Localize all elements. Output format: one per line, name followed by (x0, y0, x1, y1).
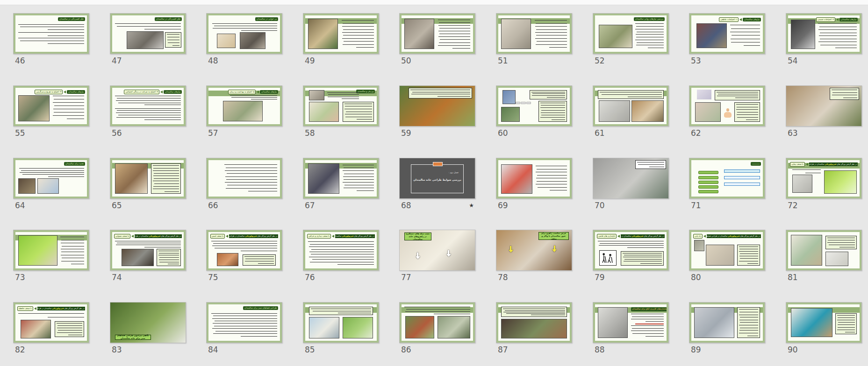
slide-meta: 64 (13, 199, 89, 210)
text-line (212, 246, 277, 246)
text-line (820, 39, 857, 39)
slide-thumbnail[interactable]: نگاهی پیرامون طراحی فضاهای سبز برای خانه… (110, 302, 186, 343)
slide-thumbnail[interactable]: بی خوابی در سالمندان (206, 13, 282, 54)
text-line (434, 314, 470, 314)
slide-thumbnail[interactable] (399, 85, 475, 127)
slide-number: 79 (595, 274, 605, 282)
text-line (538, 187, 567, 188)
slide-thumbnail[interactable] (496, 85, 572, 127)
text-line (820, 45, 857, 45)
text-line (226, 188, 277, 189)
text-line (623, 257, 662, 257)
slide-thumbnail[interactable] (496, 13, 572, 54)
slide-title-badge: بی خوابی در سالمندان (255, 17, 278, 21)
slide-cell: با ضعف بیناییدر نظر گرفتن ویژگی های فیزی… (786, 158, 862, 210)
slide-thumbnail[interactable] (689, 85, 765, 127)
slide-thumbnail[interactable]: با ضعف حافظهدر نظر گرفتن ویژگی های فیزیو… (13, 302, 89, 343)
slide-thumbnail[interactable]: علل افسردگی در سالمندان (110, 13, 186, 54)
slide-thumbnail[interactable]: عرض مناسب راهرو برای عبور سالمندان با وا… (496, 230, 572, 271)
slide-thumbnail[interactable] (496, 158, 572, 199)
slide-thumbnail[interactable] (593, 158, 669, 199)
slide-thumbnail[interactable] (303, 158, 379, 199)
text-line (537, 181, 567, 182)
slide-thumbnail[interactable]: ناپایداری های قامتیدر نظر گرفتن ویژگی ها… (593, 230, 669, 271)
text-line (541, 113, 565, 113)
slide-thumbnail[interactable] (786, 302, 862, 343)
slide-thumbnail[interactable] (303, 13, 379, 54)
slide-thumbnail[interactable] (399, 302, 475, 343)
slide-thumbnail[interactable]: راه یابیدر نظر گرفتن ویژگی های فیزیولوژی… (689, 230, 765, 271)
text-line (48, 317, 84, 317)
slide-canvas (496, 303, 572, 343)
section-banner-text: در نظر گرفتن ویژگی های فیزیولوژیکی سالمن… (335, 234, 375, 238)
text-line (632, 333, 664, 334)
text-line (342, 26, 374, 27)
sub-badge: ۴- احتیاج به شرکت در زندگی اجتماعی (124, 90, 159, 94)
slide-meta: 73 (13, 271, 89, 282)
text-line (308, 241, 374, 242)
slide-title-badge: نیازهای سالمندان (67, 90, 85, 94)
slide-thumbnail[interactable]: ۴- احتیاج به شرکت در زندگی اجتماعینیازها… (110, 85, 186, 127)
slide-thumbnail[interactable]: ۲- احتیاجات جسمینیازهای سالمندان (786, 13, 862, 54)
slide-meta: 87 (496, 343, 572, 354)
slide-thumbnail[interactable]: علل افسردگی در سالمندان (13, 13, 89, 54)
slide-title-badge: علل افسردگی در سالمندان (58, 17, 85, 21)
slide-thumbnail[interactable] (110, 158, 186, 199)
text-line (737, 114, 758, 115)
text-line (735, 98, 758, 98)
slide-number: 74 (112, 274, 122, 282)
slide-number: 64 (15, 202, 25, 210)
slide-thumbnail[interactable]: ورزش و سالمندی (303, 85, 379, 127)
text-box (501, 307, 567, 317)
slide-thumbnail[interactable]: بررسی نیازهای روانی سالمندان (593, 13, 669, 54)
text-line (631, 325, 664, 326)
text-line (535, 26, 567, 27)
slide-thumbnail[interactable]: ــــــــــــ (689, 158, 765, 199)
slide-thumbnail[interactable] (593, 85, 669, 127)
slide-number: 56 (112, 129, 122, 137)
slide-thumbnail[interactable] (303, 302, 379, 343)
text-line (224, 164, 277, 165)
slide-thumbnail[interactable]: با ضعف دیداری و حرکتیدر نظر گرفتن ویژگی … (303, 230, 379, 271)
slide-thumbnail[interactable]: طراحی فضاهای سبز برای سالمندان (206, 302, 282, 343)
slide-thumbnail[interactable]: با ضعف لمسدر نظر گرفتن ویژگی های فیزیولو… (206, 230, 282, 271)
slide-meta: 80 (689, 271, 765, 282)
slide-number: 80 (691, 274, 701, 282)
text-line (536, 35, 567, 35)
text-line (215, 321, 277, 321)
slide-thumbnail[interactable] (399, 13, 475, 54)
slide-thumbnail[interactable]: با ضعف بیناییدر نظر گرفتن ویژگی های فیزی… (786, 158, 862, 199)
slide-meta: 47 (110, 54, 186, 65)
slide-thumbnail[interactable]: استانداردهای کاربری اتاق برای سالمندان (593, 302, 669, 343)
sub-badge: با ضعف بینایی (790, 162, 805, 167)
text-line (213, 333, 277, 334)
callout-label: عرض مناسب راهرو برای عبور سالمندان با وا… (538, 232, 568, 240)
slide-thumbnail[interactable] (13, 230, 89, 271)
slide-cell: استانداردهای کاربری اتاق برای سالمندان88 (593, 302, 669, 354)
callout-label: نصب میله های دستگیره در راهروهای خانه سا… (404, 232, 431, 240)
slide-photo (223, 101, 263, 121)
slide-thumbnail[interactable] (496, 302, 572, 343)
text-line (602, 94, 662, 95)
slide-thumbnail[interactable] (689, 302, 765, 343)
slide-thumbnail[interactable] (786, 85, 862, 127)
slide-number: 48 (208, 57, 218, 65)
slide-photo (127, 31, 164, 49)
slide-thumbnail[interactable]: تغذیه برای سالمندان (13, 158, 89, 199)
slide-photo (694, 240, 704, 251)
slide-thumbnail[interactable] (206, 158, 282, 199)
text-line (646, 321, 664, 322)
slide-thumbnail[interactable] (786, 230, 862, 271)
slide-thumbnail[interactable]: نصب میله های دستگیره در راهروهای خانه سا… (399, 230, 475, 271)
text-lines (438, 20, 470, 49)
slide-canvas (110, 158, 186, 198)
slide-thumbnail[interactable]: با ضعف شنواییدر نظر گرفتن ویژگی های فیزی… (110, 230, 186, 271)
slide-thumbnail[interactable]: ۵- احتیاج به بهداشت و درماننیازهای سالمن… (206, 85, 282, 127)
down-arrow-icon (552, 246, 557, 253)
text-line (632, 317, 664, 317)
slide-thumbnail[interactable]: ۳- احتیاج به تفریح و سرگرمینیازهای سالمن… (13, 85, 89, 127)
text-line (211, 241, 277, 241)
slide-thumbnail[interactable]: ۱- احتیاجات عاطفینیازهای سالمندان (689, 13, 765, 54)
text-line (48, 43, 84, 44)
slide-thumbnail[interactable]: فصل دوم :بررسی ضوابط طراحی خانه سالمندان (399, 158, 475, 199)
